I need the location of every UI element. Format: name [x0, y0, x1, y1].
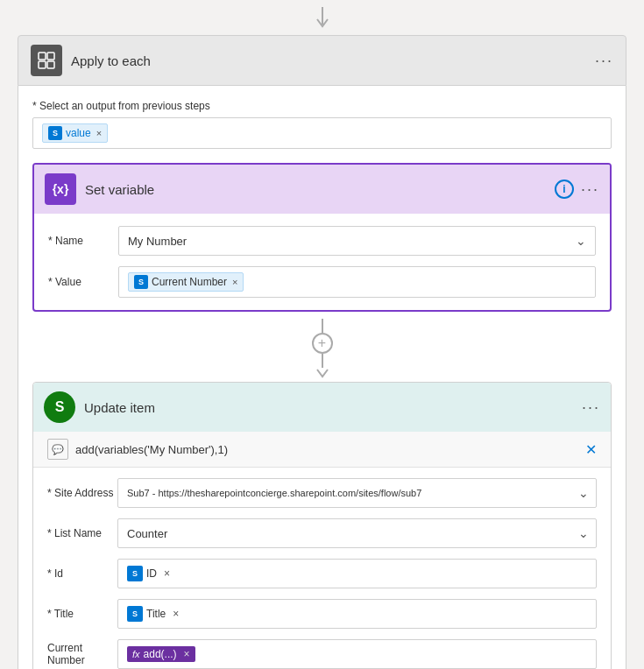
current-number-label: Current Number [47, 642, 117, 666]
apply-to-each-menu[interactable]: ··· [595, 52, 613, 70]
set-variable-title: Set variable [85, 182, 555, 197]
svg-rect-2 [47, 53, 54, 60]
name-label: * Name [48, 235, 118, 247]
id-row: * Id S ID × [47, 559, 597, 588]
value-tag-text: value [66, 127, 91, 139]
title-tag-close[interactable]: × [173, 608, 179, 620]
apply-to-each-icon [31, 45, 62, 76]
select-output-label: * Select an output from previous steps [32, 100, 612, 112]
plus-circle-button[interactable]: + [312, 333, 333, 354]
info-icon[interactable]: i [555, 180, 574, 199]
id-tag-close[interactable]: × [164, 567, 170, 580]
value-tag-close[interactable]: × [96, 128, 102, 138]
id-label: * Id [47, 567, 117, 580]
current-number-tag-icon: S [134, 275, 148, 289]
site-address-label: * Site Address [47, 487, 117, 499]
svg-rect-3 [39, 61, 46, 68]
svg-rect-1 [39, 53, 46, 60]
svg-rect-4 [47, 61, 54, 68]
apply-to-each-title: Apply to each [71, 53, 595, 68]
title-row: * Title S Title × [47, 599, 597, 629]
set-variable-value-row: * Value S Current Number × [48, 266, 596, 298]
current-number-fx-close[interactable]: × [184, 648, 190, 660]
connector-down-arrow [315, 368, 330, 378]
value-tag: S value × [42, 123, 108, 143]
update-item-icon: S [44, 391, 75, 423]
update-item-title: Update item [84, 400, 582, 415]
apply-to-each-header: Apply to each ··· [18, 35, 626, 86]
set-variable-name-row: * Name My Number ⌄ [48, 226, 596, 256]
formula-close-icon[interactable]: ✕ [585, 441, 597, 458]
site-address-input[interactable]: Sub7 - https://thesharepointconcierge.sh… [117, 478, 597, 508]
update-item-body: * Site Address Sub7 - https://thesharepo… [33, 478, 611, 669]
fx-icon: fx [132, 649, 140, 659]
set-variable-menu[interactable]: ··· [581, 180, 599, 199]
update-item-menu[interactable]: ··· [582, 398, 600, 417]
list-name-row: * List Name Counter ⌄ [47, 518, 597, 548]
current-number-fx-tag: fx add(...) × [127, 646, 195, 662]
apply-to-each-body: * Select an output from previous steps S… [18, 86, 626, 669]
value-label: * Value [48, 276, 118, 288]
name-chevron-icon: ⌄ [576, 234, 586, 248]
site-address-row: * Site Address Sub7 - https://thesharepo… [47, 478, 597, 508]
top-down-arrow [18, 0, 626, 35]
list-name-chevron-icon: ⌄ [578, 526, 589, 540]
connector-line-bottom [322, 354, 323, 368]
title-label: * Title [47, 608, 117, 620]
current-number-tag-text: Current Number [152, 276, 227, 288]
current-number-row: Current Number fx add(...) × [47, 639, 597, 669]
plus-connector[interactable]: + [32, 319, 612, 378]
title-input[interactable]: S Title × [117, 599, 597, 629]
id-input[interactable]: S ID × [117, 559, 597, 588]
set-variable-card: {x} Set variable i ··· * Name My Number … [32, 163, 612, 312]
current-number-input[interactable]: fx add(...) × [117, 639, 597, 669]
update-item-header: S Update item ··· [33, 383, 611, 432]
current-number-tag-close[interactable]: × [232, 277, 237, 287]
formula-bar: 💬 add(variables('My Number'),1) ✕ [33, 432, 611, 468]
update-item-card: S Update item ··· 💬 add(variables('My Nu… [32, 382, 612, 669]
value-input[interactable]: S Current Number × [118, 266, 596, 298]
select-output-section: * Select an output from previous steps S… [32, 100, 612, 149]
title-tag: S Title × [127, 606, 179, 622]
select-output-input[interactable]: S value × [32, 117, 612, 149]
list-name-input[interactable]: Counter ⌄ [117, 518, 597, 548]
formula-text: add(variables('My Number'),1) [75, 443, 578, 456]
set-variable-icon: {x} [45, 173, 76, 205]
formula-icon: 💬 [47, 439, 68, 460]
connector-line-top [322, 319, 323, 333]
site-address-chevron-icon: ⌄ [578, 486, 589, 500]
set-variable-header: {x} Set variable i ··· [34, 165, 610, 214]
set-variable-body: * Name My Number ⌄ * Value S Curr [34, 214, 610, 310]
id-tag-icon: S [127, 566, 143, 581]
current-number-tag: S Current Number × [128, 272, 244, 292]
list-name-label: * List Name [47, 527, 117, 539]
update-item-form: * Site Address Sub7 - https://thesharepo… [47, 478, 597, 669]
value-tag-icon: S [48, 126, 62, 140]
id-tag: S ID × [127, 566, 170, 581]
title-tag-icon: S [127, 606, 143, 622]
name-input[interactable]: My Number ⌄ [118, 226, 596, 256]
